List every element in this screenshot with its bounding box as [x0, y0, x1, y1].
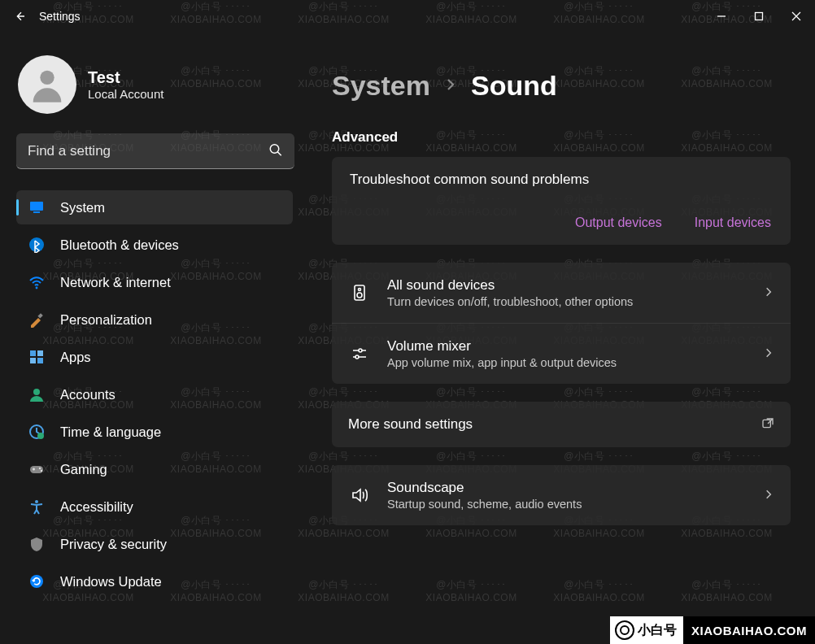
svg-point-2 [270, 145, 279, 154]
sidebar-item-label: Time & language [60, 424, 161, 440]
accessibility-icon [28, 498, 46, 516]
svg-point-18 [35, 500, 38, 503]
svg-point-12 [33, 389, 40, 395]
chevron-right-icon [763, 347, 774, 361]
sidebar-item-accessibility[interactable]: Accessibility [16, 490, 293, 524]
input-devices-link[interactable]: Input devices [695, 215, 771, 230]
mixer-icon [348, 344, 371, 363]
sidebar-item-apps[interactable]: Apps [16, 340, 293, 374]
maximize-icon [754, 11, 764, 21]
svg-rect-8 [30, 350, 36, 356]
clock-icon [28, 423, 46, 441]
minimize-icon [717, 11, 726, 21]
breadcrumb-current: Sound [471, 70, 557, 102]
refresh-icon [28, 572, 46, 590]
search-icon [268, 143, 283, 160]
close-button[interactable] [778, 2, 815, 31]
troubleshoot-card: Troubleshoot common sound problems Outpu… [332, 157, 791, 245]
sidebar-item-label: Accessibility [60, 499, 133, 515]
chevron-right-icon [763, 286, 774, 300]
sidebar-item-privacy[interactable]: Privacy & security [16, 527, 293, 561]
more-sound-card: More sound settings [332, 402, 791, 447]
sidebar-item-network[interactable]: Network & internet [16, 265, 293, 299]
svg-rect-7 [37, 313, 42, 318]
sidebar-item-bluetooth[interactable]: Bluetooth & devices [16, 228, 293, 262]
back-icon [13, 10, 26, 23]
gamepad-icon [28, 460, 46, 478]
volume-mixer-row[interactable]: Volume mixerApp volume mix, app input & … [332, 323, 791, 384]
svg-rect-10 [30, 358, 36, 363]
bluetooth-icon [28, 236, 46, 254]
row-title: More sound settings [348, 416, 745, 433]
sidebar-item-label: Gaming [60, 462, 107, 477]
close-icon [791, 11, 801, 21]
user-block[interactable]: Test Local Account [16, 55, 301, 114]
sidebar-item-label: System [60, 200, 105, 215]
sidebar-item-label: Windows Update [60, 574, 162, 590]
svg-point-1 [40, 71, 54, 85]
svg-point-5 [29, 237, 44, 252]
breadcrumb: System Sound [332, 70, 791, 102]
svg-point-6 [36, 287, 38, 289]
sidebar-item-label: Privacy & security [60, 537, 167, 552]
row-sub: Turn devices on/off, troubleshoot, other… [387, 295, 747, 308]
troubleshoot-title: Troubleshoot common sound problems [350, 172, 773, 188]
sidebar-item-label: Network & internet [60, 275, 171, 290]
sidebar-item-update[interactable]: Windows Update [16, 564, 293, 598]
sidebar-item-time[interactable]: Time & language [16, 415, 293, 449]
sidebar-item-personalization[interactable]: Personalization [16, 302, 293, 337]
svg-rect-0 [756, 13, 763, 20]
svg-rect-23 [763, 420, 770, 427]
person-icon [28, 385, 46, 403]
shield-icon [28, 535, 46, 553]
maximize-button[interactable] [740, 2, 778, 31]
chevron-right-icon [443, 77, 458, 94]
search-input[interactable] [16, 133, 294, 169]
soundscape-row[interactable]: Soundscape Startup sound, scheme, audio … [332, 465, 791, 525]
person-icon [26, 63, 68, 106]
row-title: All sound devices [387, 277, 747, 294]
row-title: Volume mixer [387, 338, 747, 355]
all-sound-devices-row[interactable]: All sound devicesTurn devices on/off, tr… [332, 263, 791, 323]
svg-point-16 [39, 468, 41, 469]
sound-icon [348, 485, 371, 505]
monitor-icon [28, 198, 46, 216]
svg-point-22 [357, 293, 362, 298]
window-title: Settings [39, 10, 81, 23]
sidebar-item-label: Bluetooth & devices [60, 237, 179, 253]
output-devices-link[interactable]: Output devices [575, 215, 662, 230]
svg-point-17 [41, 470, 42, 472]
sidebar-item-gaming[interactable]: Gaming [16, 452, 293, 486]
nav: SystemBluetooth & devicesNetwork & inter… [16, 187, 301, 644]
sidebar-item-label: Personalization [60, 312, 152, 328]
sidebar-item-accounts[interactable]: Accounts [16, 377, 293, 411]
svg-rect-4 [33, 211, 40, 213]
back-button[interactable] [0, 0, 39, 33]
svg-rect-11 [37, 358, 43, 363]
user-sub: Local Account [88, 87, 163, 101]
avatar [18, 55, 76, 114]
sidebar-item-label: Accounts [60, 387, 115, 402]
svg-rect-15 [30, 466, 43, 473]
wifi-icon [28, 273, 46, 291]
device-rows-card: All sound devicesTurn devices on/off, tr… [332, 263, 791, 384]
apps-icon [28, 348, 46, 366]
minimize-button[interactable] [703, 2, 740, 31]
user-name: Test [88, 68, 163, 87]
section-advanced: Advanced [332, 129, 791, 146]
row-sub: Startup sound, scheme, audio events [387, 498, 747, 511]
external-link-icon [761, 417, 774, 433]
breadcrumb-parent[interactable]: System [332, 70, 430, 102]
more-sound-settings-row[interactable]: More sound settings [332, 402, 791, 447]
sidebar-item-label: Apps [60, 350, 91, 365]
svg-point-14 [37, 433, 44, 439]
svg-point-19 [30, 575, 43, 588]
soundscape-card: Soundscape Startup sound, scheme, audio … [332, 465, 791, 525]
row-sub: App volume mix, app input & output devic… [387, 356, 747, 369]
speaker-icon [348, 283, 371, 302]
svg-rect-9 [37, 350, 43, 356]
chevron-right-icon [763, 489, 774, 503]
row-title: Soundscape [387, 480, 747, 496]
sidebar-item-system[interactable]: System [16, 190, 293, 224]
svg-point-21 [359, 289, 361, 291]
